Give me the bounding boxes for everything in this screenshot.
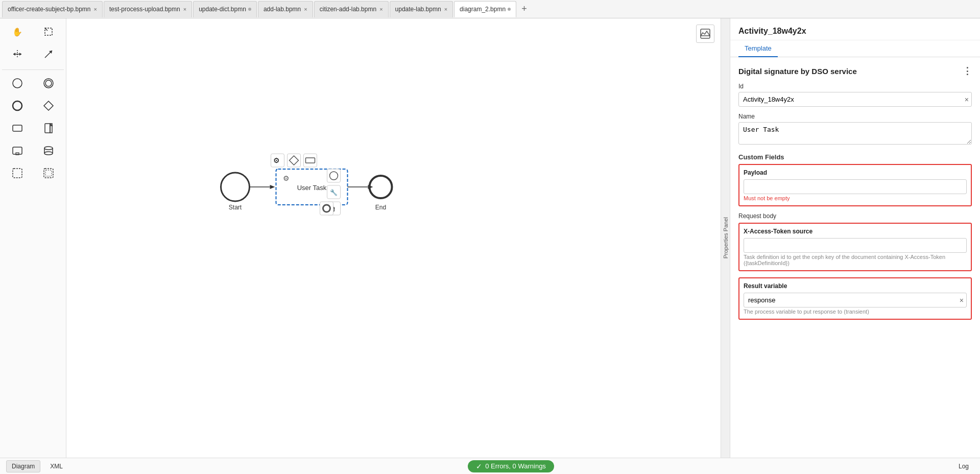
status-bar: Diagram XML ✓ 0 Errors, 0 Warnings Log [0,458,980,474]
svg-rect-50 [320,202,333,215]
result-variable-clear-button[interactable]: × [960,296,964,304]
svg-point-10 [45,80,52,86]
close-icon[interactable]: × [94,6,97,12]
svg-rect-44 [327,169,341,182]
svg-text:User Task: User Task [297,184,327,192]
create-annotation-tool[interactable] [39,164,58,182]
service-title-text: Digital signature by DSO service [738,67,857,76]
create-group-tool[interactable] [8,164,27,182]
status-badge: ✓ 0 Errors, 0 Warnings [468,460,554,472]
diagram-tab[interactable]: Diagram [6,460,40,472]
result-variable-hint: The process variable to put response to … [744,309,967,315]
create-gateway-tool[interactable] [39,97,58,115]
tab-label: officer-create-subject-bp.bpmn [8,6,91,13]
panel-tab-bar: Template [730,40,980,57]
svg-marker-12 [44,101,53,110]
svg-point-8 [13,79,22,88]
svg-marker-4 [19,53,21,56]
tab-officer[interactable]: officer-create-subject-bp.bpmn × [2,1,103,17]
x-access-token-field-box: X-Access-Token source Task definition id… [738,223,972,271]
svg-point-27 [221,173,250,201]
modified-dot [508,8,511,11]
request-body-label: Request body [738,212,972,220]
create-event-boundary-tool[interactable] [39,74,58,92]
tab-citizen-add-lab[interactable]: citizen-add-lab.bpmn × [314,1,389,17]
x-access-token-hint: Task definition id to get the ceph key o… [744,254,967,266]
svg-marker-29 [270,185,275,189]
tab-label: add-lab.bpmn [264,6,301,13]
more-options-icon[interactable]: ⋮ [963,65,972,77]
bpmn-diagram[interactable]: ⚙ User Task Start End ⚙ [66,18,721,458]
close-icon[interactable]: × [183,6,186,12]
payload-input[interactable] [744,179,967,194]
close-icon[interactable]: × [304,6,307,12]
main-layout: ✋ [0,18,980,458]
x-access-token-input[interactable] [744,238,967,253]
service-section-title: Digital signature by DSO service ⋮ [738,65,972,77]
space-tool[interactable] [8,45,27,63]
badge-text: 0 Errors, 0 Warnings [485,462,546,470]
payload-error: Must not be empty [744,195,967,201]
svg-text:⚙: ⚙ [273,156,280,164]
custom-fields-title: Custom Fields [738,153,972,161]
result-variable-label: Result variable [744,282,967,290]
lasso-tool[interactable] [39,22,58,41]
name-label: Name [738,113,972,120]
svg-rect-14 [45,124,50,133]
svg-rect-24 [45,170,52,176]
tab-add-lab[interactable]: add-lab.bpmn × [258,1,313,17]
log-button[interactable]: Log [953,461,974,472]
tab-update-dict[interactable]: update-dict.bpmn [193,1,257,17]
activity-title: Activity_18w4y2x [738,27,806,35]
svg-point-21 [44,152,53,155]
id-clear-button[interactable]: × [965,96,969,104]
svg-text:🔧: 🔧 [330,188,338,196]
create-start-event-tool[interactable] [8,97,27,115]
properties-panel: Activity_18w4y2x Template Digital signat… [730,18,980,458]
properties-strip-label: Properties Panel [723,217,729,258]
create-data-store-tool[interactable] [39,141,58,160]
create-data-object-tool[interactable] [39,119,58,137]
id-input[interactable] [738,92,972,107]
modified-dot [248,8,251,11]
tab-label: diagram_2.bpmn [460,6,506,13]
result-variable-input-wrap: × [744,293,967,307]
name-input[interactable]: User Task [738,122,972,145]
result-variable-field-box: Result variable × The process variable t… [738,277,972,320]
svg-point-11 [13,101,22,110]
result-variable-input[interactable] [744,293,967,307]
add-tab-button[interactable]: + [517,4,531,14]
svg-text:⚙: ⚙ [283,174,290,182]
create-event-tool[interactable] [8,74,27,92]
close-icon[interactable]: × [444,6,447,12]
name-field-group: Name User Task [738,113,972,146]
payload-field-box: Payload Must not be empty [738,164,972,206]
toolbar-row-1: ✋ [2,22,64,41]
svg-marker-3 [13,53,15,56]
connect-tool[interactable] [39,45,58,63]
canvas-area[interactable]: ⚙ User Task Start End ⚙ [66,18,721,458]
close-icon[interactable]: × [379,6,383,12]
xml-tab[interactable]: XML [44,460,68,472]
svg-rect-13 [13,125,22,131]
tab-label: update-dict.bpmn [199,6,246,13]
svg-point-18 [44,147,53,150]
toolbar-row-7 [2,164,64,182]
tab-test-process[interactable]: test-process-upload.bpmn × [104,1,192,17]
tab-template[interactable]: Template [738,40,778,57]
tab-diagram2[interactable]: diagram_2.bpmn [454,1,516,17]
name-input-wrap: User Task [738,122,972,146]
tab-label: test-process-upload.bpmn [109,6,180,13]
id-input-wrap: × [738,92,972,107]
create-task-tool[interactable] [8,119,27,137]
properties-panel-strip[interactable]: Properties Panel [721,18,730,458]
svg-text:Start: Start [229,204,242,211]
panel-title: Activity_18w4y2x [730,18,980,40]
svg-rect-22 [13,169,22,178]
create-subprocess-tool[interactable] [8,141,27,160]
toolbar-row-5 [2,119,64,137]
id-label: Id [738,83,972,90]
toolbar-row-2 [2,45,64,63]
hand-tool[interactable]: ✋ [8,22,27,41]
tab-update-lab[interactable]: update-lab.bpmn × [390,1,453,17]
